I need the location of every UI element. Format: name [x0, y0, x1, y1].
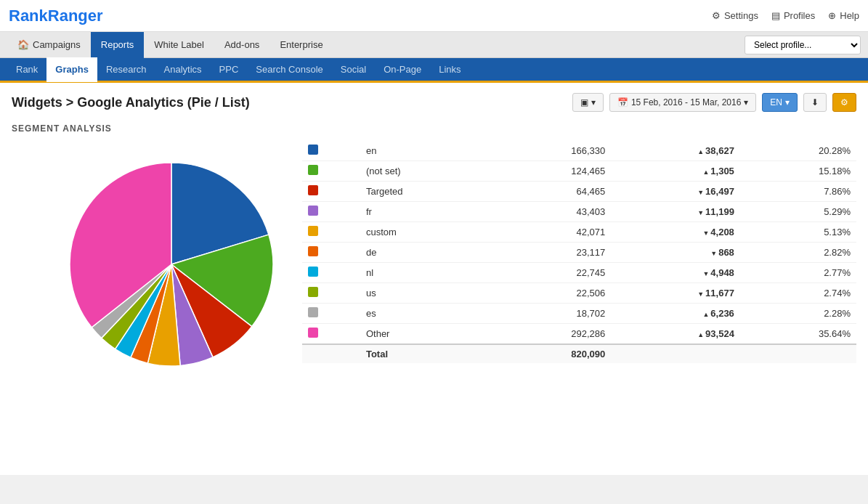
change-cell: 1,305 [611, 161, 740, 182]
color-cell [302, 263, 360, 283]
change-cell: 38,627 [611, 141, 740, 161]
settings-link[interactable]: ⚙ Settings [712, 10, 758, 21]
color-cell [302, 222, 360, 243]
profiles-link[interactable]: ▤ Profiles [771, 10, 815, 21]
change-cell: 93,524 [611, 324, 740, 345]
profile-select[interactable]: Select profile... [745, 36, 861, 54]
pie-chart [62, 155, 280, 373]
language-button[interactable]: EN ▾ [762, 93, 798, 112]
nav-item-enterprise[interactable]: Enterprise [269, 32, 333, 58]
pie-chart-container [12, 141, 288, 388]
segment-label: SEGMENT ANALYSIS [12, 123, 856, 134]
sub-nav-ppc[interactable]: PPC [211, 57, 248, 82]
change-cell: 868 [611, 243, 740, 263]
change-cell: 16,497 [611, 182, 740, 202]
color-cell [302, 161, 360, 182]
nav-add-ons-label: Add-ons [224, 39, 259, 50]
value-cell: 64,465 [489, 182, 611, 202]
top-right-actions: ⚙ Settings ▤ Profiles ⊕ Help [712, 10, 859, 21]
sub-nav-graphs[interactable]: Graphs [46, 57, 97, 82]
widget-picker-button[interactable]: ▣ ▾ [572, 93, 604, 112]
pct-cell: 35.64% [740, 324, 856, 345]
nav-item-reports[interactable]: Reports [91, 32, 145, 58]
label-cell: custom [360, 222, 489, 243]
table-row: (not set) 124,465 1,305 15.18% [302, 161, 856, 182]
sub-nav-search-console[interactable]: Search Console [247, 57, 332, 82]
nav-campaigns-label: Campaigns [33, 39, 81, 50]
chevron-down-icon: ▾ [591, 97, 596, 107]
nav-white-label-label: White Label [154, 39, 204, 50]
table-row: Other 292,286 93,524 35.64% [302, 324, 856, 345]
change-cell: 6,236 [611, 304, 740, 324]
change-cell: 4,948 [611, 263, 740, 283]
label-cell: en [360, 141, 489, 161]
value-cell: 166,330 [489, 141, 611, 161]
label-cell: (not set) [360, 161, 489, 182]
legend-table: en 166,330 38,627 20.28% (not set) 124,4… [302, 141, 856, 363]
table-row: us 22,506 11,677 2.74% [302, 283, 856, 304]
total-label: Total [360, 344, 489, 363]
nav-reports-label: Reports [101, 39, 134, 50]
table-row: de 23,117 868 2.82% [302, 243, 856, 263]
pct-cell: 2.28% [740, 304, 856, 324]
change-cell: 11,199 [611, 202, 740, 222]
download-button[interactable]: ⬇ [803, 93, 827, 112]
value-cell: 42,071 [489, 222, 611, 243]
chart-area: en 166,330 38,627 20.28% (not set) 124,4… [12, 141, 856, 388]
profile-icon: ▤ [771, 10, 780, 21]
pct-cell: 7.86% [740, 182, 856, 202]
download-icon: ⬇ [811, 97, 819, 107]
color-cell [302, 283, 360, 304]
change-cell: 11,677 [611, 283, 740, 304]
sub-nav-links[interactable]: Links [430, 57, 469, 82]
profile-dropdown[interactable]: Select profile... [745, 36, 861, 54]
table-row: fr 43,403 11,199 5.29% [302, 202, 856, 222]
value-cell: 18,702 [489, 304, 611, 324]
logo-rank: Rank [9, 7, 48, 25]
pct-cell: 20.28% [740, 141, 856, 161]
label-cell: fr [360, 202, 489, 222]
help-icon: ⊕ [828, 10, 836, 21]
label-cell: Other [360, 324, 489, 345]
table-row: Targeted 64,465 16,497 7.86% [302, 182, 856, 202]
label-cell: es [360, 304, 489, 324]
table-row: custom 42,071 4,208 5.13% [302, 222, 856, 243]
table-row: nl 22,745 4,948 2.77% [302, 263, 856, 283]
sub-nav-on-page[interactable]: On-Page [375, 57, 430, 82]
nav-item-white-label[interactable]: White Label [144, 32, 214, 58]
date-range-button[interactable]: 📅 15 Feb, 2016 - 15 Mar, 2016 ▾ [609, 93, 756, 112]
main-nav: 🏠 Campaigns Reports White Label Add-ons … [0, 32, 868, 58]
total-value: 820,090 [489, 344, 611, 363]
chevron-down-icon2: ▾ [744, 97, 748, 107]
date-range-label: 15 Feb, 2016 - 15 Mar, 2016 [631, 97, 741, 107]
color-cell [302, 141, 360, 161]
chevron-down-icon3: ▾ [785, 97, 790, 107]
header-controls: ▣ ▾ 📅 15 Feb, 2016 - 15 Mar, 2016 ▾ EN ▾… [572, 93, 856, 112]
settings-label: Settings [724, 10, 758, 21]
value-cell: 124,465 [489, 161, 611, 182]
nav-item-add-ons[interactable]: Add-ons [214, 32, 269, 58]
gear-icon: ⚙ [712, 10, 721, 21]
color-cell [302, 304, 360, 324]
nav-enterprise-label: Enterprise [280, 39, 323, 50]
help-link[interactable]: ⊕ Help [828, 10, 859, 21]
data-table: en 166,330 38,627 20.28% (not set) 124,4… [302, 141, 856, 363]
value-cell: 22,506 [489, 283, 611, 304]
color-cell [302, 182, 360, 202]
logo-ranger: Ranger [48, 7, 103, 25]
sub-nav-rank[interactable]: Rank [7, 57, 46, 82]
sub-nav-analytics[interactable]: Analytics [155, 57, 211, 82]
nav-item-campaigns[interactable]: 🏠 Campaigns [7, 32, 91, 58]
total-row: Total 820,090 [302, 344, 856, 363]
top-bar: RankRanger ⚙ Settings ▤ Profiles ⊕ Help [0, 0, 868, 32]
label-cell: us [360, 283, 489, 304]
lang-label: EN [770, 97, 782, 107]
color-cell [302, 243, 360, 263]
settings-widget-button[interactable]: ⚙ [832, 93, 856, 112]
pct-cell: 2.74% [740, 283, 856, 304]
logo: RankRanger [9, 7, 103, 25]
sub-nav-research[interactable]: Research [97, 57, 155, 82]
table-row: en 166,330 38,627 20.28% [302, 141, 856, 161]
sub-nav-social[interactable]: Social [332, 57, 375, 82]
value-cell: 292,286 [489, 324, 611, 345]
